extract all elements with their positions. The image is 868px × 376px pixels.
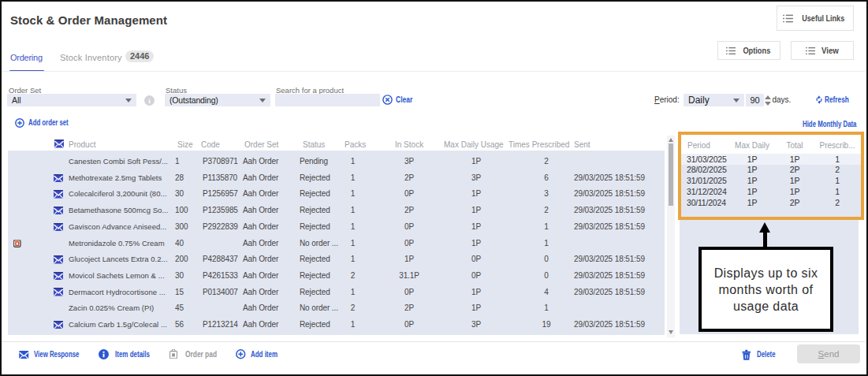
svg-text:i: i bbox=[148, 97, 151, 105]
